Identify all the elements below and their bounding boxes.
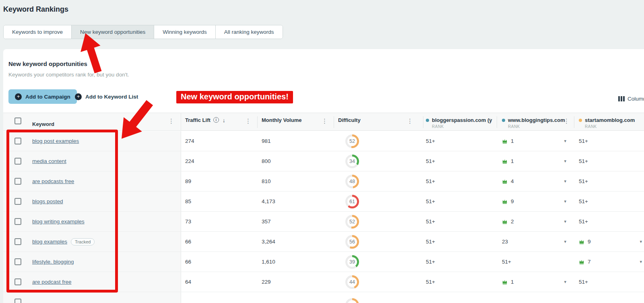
serp-dropdown-icon[interactable]: ▾	[564, 159, 566, 164]
row-checkbox[interactable]	[14, 198, 21, 205]
row-checkbox[interactable]	[14, 138, 21, 144]
rank-cell: 51+	[423, 212, 497, 231]
monthly-volume-cell: 1,610	[258, 252, 334, 272]
row-checkbox[interactable]	[14, 218, 21, 225]
columns-icon	[618, 96, 625, 101]
rank-cell: 51+	[574, 131, 644, 151]
difficulty-column-menu-icon[interactable]: ⋮	[407, 118, 413, 124]
serp-dropdown-icon[interactable]: ▾	[564, 179, 566, 184]
keyword-link[interactable]: blog examples	[32, 239, 67, 245]
row-checkbox[interactable]	[14, 238, 21, 245]
keyword-cell: lifestyle. blogging	[3, 252, 181, 272]
monthly-volume-value: 981	[262, 138, 271, 144]
rank-cell: 51+	[574, 192, 644, 211]
rank-cell: 51+	[423, 252, 497, 272]
keyword-link[interactable]: lifestyle. blogging	[32, 259, 74, 265]
keyword-cell: blog examplesTracked	[3, 232, 181, 251]
rank-cell: 51+	[423, 131, 497, 151]
sort-descending-icon[interactable]: ↓	[223, 117, 225, 124]
difficulty-value: 52	[345, 134, 359, 148]
rank-cell: 51+	[423, 232, 497, 251]
keyword-link[interactable]: blog post examples	[32, 138, 79, 144]
keyword-column-menu-icon[interactable]: ⋮	[168, 118, 174, 124]
row-checkbox[interactable]	[14, 299, 21, 303]
rank-value: 51+	[426, 158, 435, 164]
add-to-keyword-list-button[interactable]: + Add to Keyword List	[71, 89, 142, 104]
header-difficulty: Difficulty ⋮	[334, 113, 423, 130]
keyword-link[interactable]: are podcast free	[32, 279, 72, 285]
monthly-volume-cell: 810	[258, 171, 334, 191]
rank-value: 2	[511, 218, 514, 225]
serp-dropdown-icon[interactable]: ▾	[564, 199, 566, 204]
tab-all-ranking-keywords[interactable]: All ranking keywords	[216, 25, 283, 39]
rank-cell: 9▾	[497, 192, 574, 211]
traffic-lift-column-menu-icon[interactable]: ⋮	[245, 118, 251, 124]
serp-dropdown-icon[interactable]: ▾	[564, 239, 566, 244]
crown-icon	[579, 239, 584, 244]
columns-label: Columns	[627, 96, 644, 102]
rank-cell: 51+	[574, 272, 644, 292]
serp-dropdown-icon[interactable]: ▾	[640, 259, 642, 264]
plus-icon: +	[75, 93, 82, 100]
keyword-link[interactable]: media content	[32, 158, 66, 164]
crown-icon	[502, 219, 508, 224]
rank-cell: 7▾	[574, 252, 644, 272]
difficulty-value: 56	[345, 235, 359, 249]
columns-button[interactable]: Columns	[618, 94, 644, 103]
tab-winning-keywords[interactable]: Winning keywords	[154, 25, 216, 39]
keyword-link[interactable]: are podcasts free	[32, 178, 74, 184]
domain-dot-icon	[502, 119, 505, 122]
traffic-lift-value: 85	[185, 198, 191, 204]
tab-keywords-to-improve[interactable]: Keywords to improve	[4, 25, 72, 39]
table-row: media content2248003451+1▾51+	[3, 151, 644, 171]
annotation-callout: New keyword opportunities!	[176, 91, 293, 103]
rank-cell: 51+	[574, 151, 644, 171]
domain-2-column-menu-icon[interactable]: ⋮	[564, 118, 570, 124]
tab-new-keyword-opportunities[interactable]: New keyword opportunities	[72, 25, 154, 39]
monthly-volume-column-menu-icon[interactable]: ⋮	[322, 118, 328, 124]
difficulty-donut: 52	[345, 134, 359, 148]
header-domain-2: www.bloggingtips.com RANK ⋮	[497, 113, 574, 130]
rank-value: 9	[588, 239, 591, 245]
rank-sublabel: RANK	[585, 124, 635, 129]
table-row: blog writing examples733575251+2▾51+	[3, 212, 644, 232]
difficulty-value: 39	[345, 255, 359, 269]
rank-value: 51+	[426, 279, 435, 285]
header-domain-3: startamomblog.com RANK	[574, 113, 644, 130]
rank-cell: 1▾	[497, 272, 574, 292]
traffic-lift-value: 66	[185, 239, 191, 245]
row-checkbox[interactable]	[14, 258, 21, 265]
monthly-volume-cell: 357	[258, 212, 334, 231]
info-icon[interactable]: i	[213, 117, 219, 123]
keyword-link[interactable]: blogs posted	[32, 198, 63, 204]
table-row: lifestyle. blogging661,6103951+51+7▾	[3, 252, 644, 272]
monthly-volume-value: 4,173	[262, 198, 275, 204]
traffic-lift-cell: 73	[181, 212, 258, 231]
header-keyword: Keyword ⋮	[3, 113, 181, 130]
select-all-checkbox[interactable]	[14, 117, 21, 124]
difficulty-cell: 56	[334, 232, 423, 251]
keyword-cell: are podcasts free	[3, 171, 181, 191]
row-checkbox[interactable]	[14, 178, 21, 185]
row-checkbox[interactable]	[14, 158, 21, 165]
serp-dropdown-icon[interactable]: ▾	[564, 279, 566, 284]
traffic-lift-cell: 66	[181, 252, 258, 272]
rank-cell: 51+	[574, 171, 644, 191]
rank-value: 51+	[579, 279, 588, 285]
keyword-link[interactable]: blog writing examples	[32, 218, 85, 225]
add-to-campaign-button[interactable]: + Add to Campaign	[8, 89, 77, 104]
serp-dropdown-icon[interactable]: ▾	[564, 138, 566, 144]
difficulty-donut: 52	[345, 215, 359, 229]
difficulty-value: 52	[345, 215, 359, 229]
table-row-partial	[3, 292, 644, 303]
row-checkbox[interactable]	[14, 278, 21, 285]
serp-dropdown-icon[interactable]: ▾	[564, 219, 566, 224]
rank-cell: 2▾	[497, 212, 574, 231]
domain-1-column-menu-icon[interactable]: ⋮	[487, 118, 493, 124]
header-monthly-volume: Monthly Volume ⋮	[258, 113, 334, 130]
rank-cell: 51+	[423, 272, 497, 292]
tracked-badge: Tracked	[71, 238, 95, 245]
serp-dropdown-icon[interactable]: ▾	[640, 239, 642, 244]
crown-icon	[579, 260, 584, 264]
difficulty-donut: 39	[345, 255, 359, 269]
